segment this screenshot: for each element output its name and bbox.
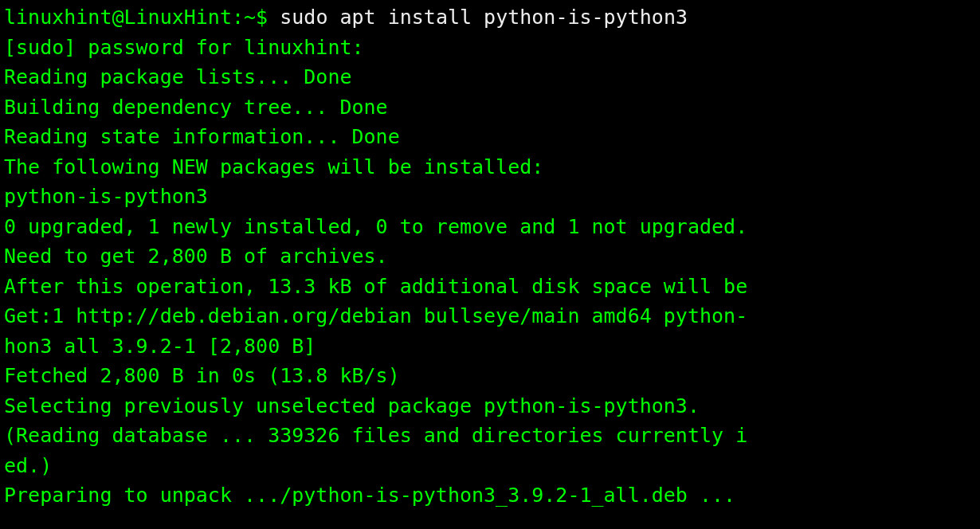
terminal-output-line: python-is-python3 [4, 182, 976, 212]
terminal-output-line: Reading package lists... Done [4, 62, 976, 92]
terminal-output-line: Fetched 2,800 B in 0s (13.8 kB/s) [4, 361, 976, 391]
terminal-output-line: [sudo] password for linuxhint: [4, 33, 976, 63]
terminal-output-line: Preparing to unpack .../python-is-python… [4, 480, 976, 511]
terminal-output-line: Selecting previously unselected package … [4, 391, 976, 421]
terminal-output-line: 0 upgraded, 1 newly installed, 0 to remo… [4, 212, 976, 242]
terminal-output-line: hon3 all 3.9.2-1 [2,800 B] [4, 331, 976, 362]
terminal-output-line: ed.) [4, 451, 976, 481]
terminal-output-line: Reading state information... Done [4, 122, 976, 152]
terminal-command: sudo apt install python-is-python3 [268, 6, 688, 29]
terminal-output-line: (Reading database ... 339326 files and d… [4, 421, 976, 451]
terminal-output-line: After this operation, 13.3 kB of additio… [4, 272, 976, 302]
prompt-path: ~ [244, 6, 256, 29]
prompt-user-host: linuxhint@LinuxHint [4, 6, 232, 29]
prompt-separator: : [232, 6, 244, 29]
terminal-output-line: Building dependency tree... Done [4, 92, 976, 123]
terminal-prompt-line[interactable]: linuxhint@LinuxHint:~$ sudo apt install … [4, 2, 976, 33]
terminal-output-line: The following NEW packages will be insta… [4, 152, 976, 182]
terminal-output-line: Need to get 2,800 B of archives. [4, 241, 976, 272]
prompt-symbol: $ [256, 6, 268, 29]
terminal-output-line: Get:1 http://deb.debian.org/debian bulls… [4, 301, 976, 331]
